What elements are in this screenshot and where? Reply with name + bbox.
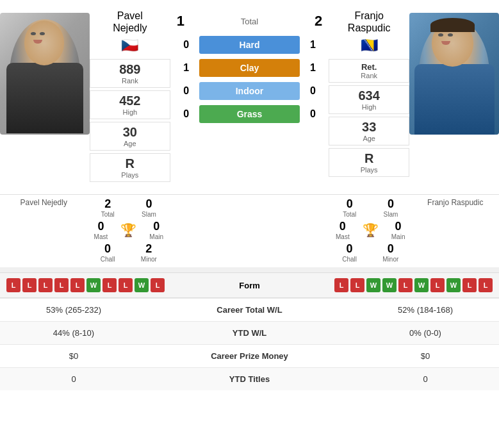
right-rank-label: Rank xyxy=(331,72,407,79)
left-rank-box: 889 Rank xyxy=(90,59,170,88)
right-player-flag: 🇧🇦 xyxy=(361,37,378,54)
left-player-flag: 🇨🇿 xyxy=(121,37,138,54)
grass-button[interactable]: Grass xyxy=(199,105,300,123)
right-minor-lbl: Minor xyxy=(382,256,398,263)
left-form-badge: L xyxy=(151,278,165,292)
left-age-label: Age xyxy=(92,140,168,147)
form-label: Form xyxy=(211,281,288,290)
right-player-stats: Franjo Raspudic 🇧🇦 Ret. Rank 634 High 33… xyxy=(329,6,409,188)
left-plays-value: R xyxy=(92,156,168,171)
indoor-left-score: 0 xyxy=(177,85,196,97)
right-age-value: 33 xyxy=(331,120,407,135)
left-rank-label: Rank xyxy=(92,77,168,85)
player-section: Pavel Nejedly 🇨🇿 889 Rank 452 High 30 Ag… xyxy=(0,0,499,194)
left-chall-num: 0 xyxy=(101,242,115,256)
right-main-lbl: Main xyxy=(391,233,405,240)
stats-row: 0YTD Titles0 xyxy=(0,368,499,391)
stats-row: $0Career Prize Money$0 xyxy=(0,345,499,368)
left-age-box: 30 Age xyxy=(90,122,170,151)
left-age-value: 30 xyxy=(92,125,168,140)
stat-right-value: 0% (0-0) xyxy=(352,322,499,345)
hard-left-score: 0 xyxy=(177,39,196,51)
hard-right-score: 1 xyxy=(303,39,322,51)
right-total-lbl: Total xyxy=(343,211,356,218)
right-total-num: 0 xyxy=(343,197,356,211)
clay-button[interactable]: Clay xyxy=(199,59,300,77)
right-chall-lbl: Chall xyxy=(342,256,357,263)
middle-spacer xyxy=(170,195,329,267)
right-rank-box: Ret. Rank xyxy=(329,59,409,83)
left-mast-lbl: Mast xyxy=(94,233,108,240)
left-plays-box: R Plays xyxy=(90,153,170,182)
left-player-stats: Pavel Nejedly 🇨🇿 889 Rank 452 High 30 Ag… xyxy=(90,6,170,188)
left-high-value: 452 xyxy=(92,94,168,108)
hard-button[interactable]: Hard xyxy=(199,36,300,54)
right-player-name: Franjo Raspudic xyxy=(348,10,391,34)
right-age-box: 33 Age xyxy=(329,117,409,145)
left-form-badge: L xyxy=(102,278,117,292)
right-main-num: 0 xyxy=(391,220,405,233)
left-main-lbl: Main xyxy=(149,233,163,240)
stat-right-value: 0 xyxy=(352,368,499,391)
right-mast-item: 0 Mast xyxy=(336,220,350,240)
right-slam-lbl: Slam xyxy=(384,211,398,218)
stat-center-label: YTD Titles xyxy=(147,368,352,391)
total-right-score: 2 xyxy=(315,13,322,29)
right-form-badge: W xyxy=(446,278,461,292)
grass-right-score: 0 xyxy=(303,108,322,120)
left-minor-item: 2 Minor xyxy=(141,242,157,263)
form-section: LLLLLWLLWL Form LLWWLWLWLL xyxy=(0,272,499,297)
stat-right-value: 52% (184-168) xyxy=(352,299,499,322)
right-minor-item: 0 Minor xyxy=(382,242,398,263)
left-high-box: 452 High xyxy=(90,90,170,119)
stat-left-value: 53% (265-232) xyxy=(0,299,147,322)
right-main-item: 0 Main xyxy=(391,220,405,240)
right-form-badge: L xyxy=(334,278,348,292)
total-left-score: 1 xyxy=(177,13,184,29)
left-form-badge: L xyxy=(54,278,69,292)
right-rank-value: Ret. xyxy=(331,62,407,72)
total-label: Total xyxy=(241,17,258,26)
left-player-photo-area xyxy=(0,6,90,188)
left-total-lbl: Total xyxy=(101,211,115,218)
grass-row: 0 Grass 0 xyxy=(177,105,323,123)
left-form-badge: L xyxy=(22,278,37,292)
middle-section: 1 Total 2 0 Hard 1 1 Clay 1 0 Indoor 0 xyxy=(170,6,329,188)
right-form-badges: LLWWLWLWLL xyxy=(288,278,493,292)
right-form-badge: L xyxy=(430,278,445,292)
right-form-badge: L xyxy=(479,278,493,292)
right-chall-num: 0 xyxy=(342,242,357,256)
right-minor-num: 0 xyxy=(382,242,398,256)
right-form-badge: W xyxy=(382,278,397,292)
right-form-badge: L xyxy=(350,278,364,292)
indoor-button[interactable]: Indoor xyxy=(199,82,300,100)
section-divider xyxy=(0,267,499,272)
right-player-scores-area: 0 Total 0 Slam 0 Mast 🏆 0 Main xyxy=(329,195,412,267)
right-form-badge: L xyxy=(462,278,477,292)
stats-row: 44% (8-10)YTD W/L0% (0-0) xyxy=(0,322,499,345)
indoor-row: 0 Indoor 0 xyxy=(177,82,323,100)
stat-left-value: 44% (8-10) xyxy=(0,322,147,345)
total-row: 1 Total 2 xyxy=(177,6,323,29)
right-player-avatar xyxy=(409,13,499,135)
left-mast-item: 0 Mast xyxy=(94,220,108,240)
left-trophy-icon: 🏆 xyxy=(120,222,136,238)
right-high-label: High xyxy=(331,103,407,111)
left-total-item: 2 Total xyxy=(101,197,115,218)
left-main-item: 0 Main xyxy=(149,220,163,240)
left-chall-item: 0 Chall xyxy=(101,242,115,263)
grass-left-score: 0 xyxy=(177,108,196,120)
stat-center-label: Career Total W/L xyxy=(147,299,352,322)
left-chall-lbl: Chall xyxy=(101,256,115,263)
left-form-badge: L xyxy=(38,278,53,292)
left-rank-value: 889 xyxy=(92,62,168,77)
right-high-value: 634 xyxy=(331,88,407,103)
stat-center-label: YTD W/L xyxy=(147,322,352,345)
main-container: Pavel Nejedly 🇨🇿 889 Rank 452 High 30 Ag… xyxy=(0,0,499,390)
right-total-item: 0 Total xyxy=(343,197,356,218)
left-main-num: 0 xyxy=(149,220,163,233)
clay-left-score: 1 xyxy=(177,62,196,74)
left-minor-lbl: Minor xyxy=(141,256,157,263)
right-form-badge: W xyxy=(414,278,429,292)
left-player-name-bottom-area: Pavel Nejedly xyxy=(0,195,88,267)
